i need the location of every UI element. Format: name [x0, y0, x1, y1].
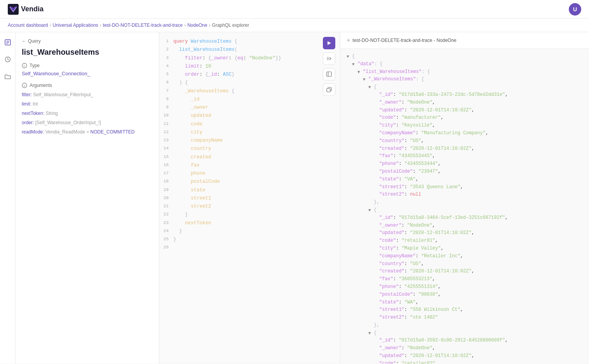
code-line-1: 1 query WarehouseItems { [159, 38, 335, 46]
code-line-18: 18 postalCode [159, 178, 335, 186]
svg-rect-14 [327, 88, 330, 92]
json-toggle-items[interactable]: ▼ [363, 76, 368, 83]
code-line-6: 6 ) { [159, 79, 335, 87]
back-arrow-icon: ← [22, 38, 26, 44]
json-item1-created: "created": "2020-12-01T14:10:02Z", [347, 145, 583, 153]
icon-bar-history[interactable] [2, 54, 13, 65]
svg-marker-10 [328, 41, 331, 45]
code-line-13: 13 companyName [159, 137, 335, 145]
code-line-26: 26 [159, 244, 335, 251]
code-line-21: 21 street2 [159, 203, 335, 211]
arg-nexttoken: nextToken: String [22, 110, 153, 117]
code-line-23: 23 nextToken [159, 219, 335, 227]
schema-button[interactable] [323, 68, 335, 80]
sidebar-arguments: ⊙ Arguments filter: Self_Warehouse_Filte… [22, 83, 153, 135]
svg-rect-11 [327, 72, 331, 76]
code-line-2: 2 list_WarehouseItems( [159, 46, 335, 54]
breadcrumb-sep-3: › [184, 23, 186, 28]
logo: Vendia [8, 4, 44, 15]
code-line-8: 8 _id [159, 95, 335, 104]
arg-filter: filter: Self_Warehouse_FilterInput_ [22, 91, 153, 98]
json-toggle-item1[interactable]: ▼ [368, 83, 374, 91]
json-item3-owner: "_owner": "NodeOne", [347, 345, 583, 352]
json-item1-companyname: "companyName": "Manufacturing Company", [347, 130, 583, 137]
json-item1-phone: "phone": "4345553444", [347, 160, 583, 168]
sidebar: ← Query list_WarehouseItems T Type Self_… [16, 32, 159, 364]
json-item2-updated: "updated": "2020-12-01T14:10:02Z", [347, 229, 583, 237]
code-line-20: 20 street1 [159, 194, 335, 203]
json-item3-id: "_id": "017d15a8-3592-6c00-2812-84528800… [347, 337, 583, 345]
breadcrumb-sep-4: › [209, 23, 211, 28]
json-item2-street1: "street1": "558 Wilkinson Ct", [347, 306, 583, 314]
json-line-items-arr: ▼ "_WarehouseItems": [ [347, 76, 583, 83]
json-line-list: ▼ "list_WarehouseItems": { [347, 68, 583, 76]
json-toggle-root[interactable]: ▼ [347, 53, 352, 60]
topnav: Vendia U [0, 0, 589, 19]
code-editor[interactable]: 1 query WarehouseItems { 2 list_Warehous… [159, 32, 340, 364]
breadcrumb-account-dashboard[interactable]: Account dashboard [8, 23, 48, 28]
json-item1-fax: "fax": "4345553445", [347, 153, 583, 160]
json-line-data: ▼ "data": { [347, 61, 583, 68]
code-line-17: 17 phone [159, 170, 335, 178]
code-line-11: 11 code [159, 120, 335, 128]
sidebar-type-section: T Type Self_Warehouse_Connection_ [22, 63, 153, 76]
copy-button[interactable] [323, 83, 335, 96]
json-item2-owner: "_owner": "NodeOne", [347, 222, 583, 230]
json-item2-state: "state": "WA", [347, 299, 583, 307]
json-item1-street2: "street2": null [347, 191, 583, 199]
code-line-4: 4 limit: 10 [159, 62, 335, 71]
json-item2-companyname: "companyName": "Retailer Inc", [347, 253, 583, 260]
svg-text:T: T [23, 65, 25, 68]
arguments-icon: ⊙ [22, 83, 27, 88]
arguments-header: ⊙ Arguments [22, 83, 153, 88]
breadcrumb-node-one[interactable]: NodeOne [187, 23, 207, 28]
icon-bar-folder[interactable] [2, 71, 13, 82]
prettify-button[interactable] [323, 52, 335, 65]
json-toggle-item3[interactable]: ▼ [368, 329, 374, 337]
json-item1-code: "code": "manufacturer", [347, 114, 583, 122]
breadcrumb-sep-2: › [100, 23, 101, 28]
result-content[interactable]: ▼ { ▼ "data": { ▼ "list_WarehouseItems":… [340, 49, 589, 364]
breadcrumb-universal-applications[interactable]: Universal Applications [52, 23, 98, 28]
sidebar-back-button[interactable]: ← Query [22, 38, 153, 44]
code-line-16: 16 fax [159, 161, 335, 170]
json-item1-state: "state": "VA", [347, 176, 583, 184]
vendia-logo-icon [8, 4, 19, 15]
breadcrumb-app-name[interactable]: test-DO-NOT-DELETE-track-and-trace [103, 23, 183, 28]
svg-text:⊙: ⊙ [24, 85, 25, 88]
json-item1-postalcode: "postalCode": "23947", [347, 168, 583, 176]
code-line-25: 25 } [159, 236, 335, 244]
json-toggle-list[interactable]: ▼ [357, 68, 363, 76]
json-item-3-open: ▼ { [347, 329, 583, 337]
result-tab-title[interactable]: test-DO-NOT-DELETE-track-and-trace - Nod… [352, 38, 456, 43]
breadcrumb-current: GraphQL explorer [212, 23, 249, 28]
code-line-12: 12 city [159, 128, 335, 137]
user-avatar[interactable]: U [569, 3, 581, 16]
result-panel: + test-DO-NOT-DELETE-track-and-trace - N… [340, 32, 589, 364]
json-item-1-open: ▼ { [347, 83, 583, 91]
json-item3-updated: "updated": "2020-12-01T14:10:02Z", [347, 352, 583, 360]
sidebar-type-value[interactable]: Self_Warehouse_Connection_ [22, 71, 153, 76]
editor-panel: 1 query WarehouseItems { 2 list_Warehous… [159, 32, 340, 364]
json-item2-country: "country": "US", [347, 260, 583, 268]
code-line-9: 9 _owner [159, 104, 335, 112]
arg-order: order: [Self_Warehouse_OrderInput_!] [22, 119, 153, 126]
json-toggle-data[interactable]: ▼ [352, 61, 357, 68]
json-item2-id: "_id": "017d15a8-3464-5cef-13ed-3251c667… [347, 214, 583, 222]
code-line-3: 3 filter: {_owner: {eq: "NodeOne"}} [159, 54, 335, 62]
json-toggle-item2[interactable]: ▼ [368, 206, 374, 214]
json-item1-country: "country": "US", [347, 137, 583, 145]
result-header: + test-DO-NOT-DELETE-track-and-trace - N… [340, 32, 589, 49]
code-line-15: 15 created [159, 153, 335, 161]
code-line-24: 24 } [159, 227, 335, 236]
icon-bar [0, 32, 16, 364]
code-line-10: 10 updated [159, 112, 335, 120]
arg-limit: limit: Int [22, 101, 153, 107]
json-item1-updated: "updated": "2020-12-01T14:10:02Z", [347, 107, 583, 114]
json-item1-street1: "street1": "3543 Queens Lane", [347, 184, 583, 191]
json-item-1-close: }, [347, 199, 583, 206]
icon-bar-page[interactable] [2, 37, 13, 48]
run-query-button[interactable] [323, 37, 335, 49]
code-line-19: 19 state [159, 186, 335, 194]
result-tab-plus[interactable]: + [347, 37, 350, 44]
